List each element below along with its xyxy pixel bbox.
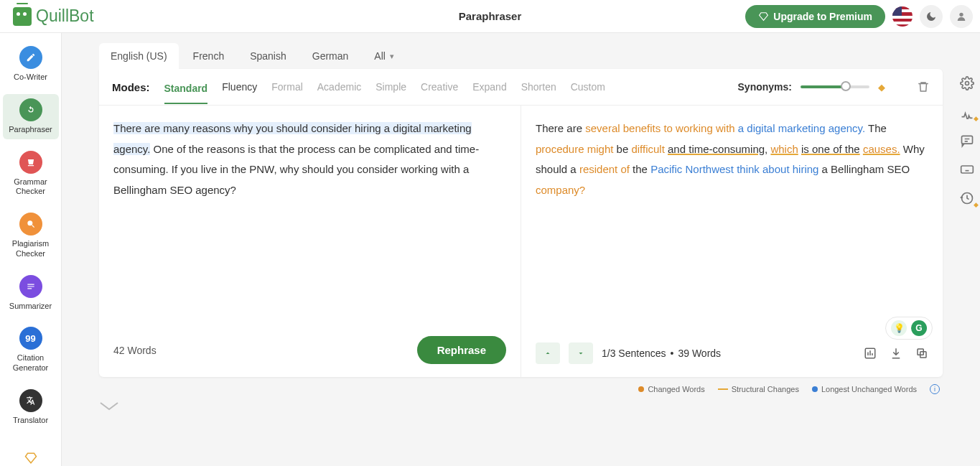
- tab-all-languages[interactable]: All ▾: [363, 43, 406, 69]
- svg-point-0: [959, 12, 963, 16]
- editor-card: Modes: Standard Fluency Formal Academic …: [99, 69, 943, 377]
- synonyms-label: Synonyms:: [738, 81, 792, 93]
- sidebar-label-cowriter: Co-Writer: [14, 73, 47, 83]
- hint-badge[interactable]: 💡: [891, 320, 907, 336]
- chevron-down-icon: ▾: [390, 52, 394, 61]
- grammarly-icon[interactable]: G: [911, 320, 927, 336]
- mode-standard[interactable]: Standard: [164, 80, 208, 104]
- input-panel: There are many reasons why you should co…: [99, 106, 521, 377]
- output-text-area[interactable]: There are several benefits to working wi…: [536, 118, 928, 200]
- paraphraser-icon: [19, 98, 42, 121]
- output-word[interactable]: company?: [536, 184, 585, 196]
- summarizer-icon: [19, 275, 42, 298]
- translator-icon: [19, 389, 42, 412]
- legend-structural: Structural Changes: [718, 385, 799, 393]
- logo[interactable]: QuillBot: [13, 6, 94, 26]
- mode-custom[interactable]: Custom: [571, 79, 605, 95]
- tab-english-us[interactable]: English (US): [99, 43, 179, 69]
- legend-changed: Changed Words: [638, 385, 704, 393]
- sidebar-item-citation[interactable]: 99 Citation Generator: [3, 322, 59, 378]
- theme-toggle[interactable]: [920, 5, 943, 28]
- language-tabs: English (US) French Spanish German All ▾: [99, 43, 943, 69]
- diamond-icon: [758, 11, 769, 22]
- sidebar-item-translator[interactable]: Translator: [3, 385, 59, 430]
- sidebar-item-cowriter[interactable]: Co-Writer: [3, 42, 59, 87]
- prev-sentence-button[interactable]: [536, 342, 560, 364]
- svg-point-1: [27, 220, 32, 225]
- mode-formal[interactable]: Formal: [271, 79, 303, 95]
- citation-icon: 99: [19, 327, 42, 350]
- output-word[interactable]: a Bellingham SEO: [818, 163, 910, 175]
- output-word[interactable]: which: [770, 143, 798, 155]
- sidebar-item-grammar[interactable]: Grammar Checker: [3, 146, 59, 202]
- output-word[interactable]: the: [630, 163, 650, 175]
- output-word[interactable]: resident of: [579, 163, 630, 175]
- feedback-button[interactable]: [960, 134, 974, 148]
- svg-rect-11: [961, 166, 974, 173]
- mode-creative[interactable]: Creative: [421, 79, 458, 95]
- legend-longest: Longest Unchanged Words: [812, 385, 917, 393]
- output-word[interactable]: a digital marketing agency.: [738, 122, 865, 134]
- statistics-button[interactable]: [864, 347, 877, 360]
- output-word[interactable]: several benefits to working with: [585, 122, 734, 134]
- output-word[interactable]: Pacific Northwest think about hiring: [650, 163, 818, 175]
- right-rail: ◆ ◆: [960, 76, 974, 205]
- modes-bar: Modes: Standard Fluency Formal Academic …: [99, 69, 943, 106]
- input-rest-text: One of the reasons is that the process c…: [113, 143, 479, 196]
- sidebar: Co-Writer Paraphraser Grammar Checker Pl…: [0, 33, 62, 466]
- main-content: English (US) French Spanish German All ▾…: [62, 33, 980, 466]
- tab-german[interactable]: German: [301, 43, 360, 69]
- expand-chevron[interactable]: [99, 394, 943, 419]
- hotkeys-button[interactable]: [960, 162, 974, 177]
- output-word[interactable]: There are: [536, 122, 585, 134]
- mode-expand[interactable]: Expand: [472, 79, 506, 95]
- output-word[interactable]: and time-consuming,: [668, 143, 767, 155]
- grammarly-badges: 💡 G: [885, 317, 933, 340]
- output-word[interactable]: procedure might: [536, 143, 613, 155]
- mode-shorten[interactable]: Shorten: [521, 79, 556, 95]
- sidebar-label-plagiarism: Plagiarism Checker: [5, 239, 57, 259]
- copy-button[interactable]: [915, 347, 928, 360]
- mode-simple[interactable]: Simple: [375, 79, 406, 95]
- clear-button[interactable]: [917, 80, 930, 93]
- app-header: QuillBot Paraphraser Upgrade to Premium: [0, 0, 980, 33]
- sentence-counter: 1/3 Sentences•39 Words: [602, 348, 721, 359]
- legend-info-button[interactable]: i: [930, 384, 940, 394]
- sidebar-item-paraphraser[interactable]: Paraphraser: [3, 94, 59, 139]
- output-word[interactable]: The: [865, 122, 887, 134]
- output-panel: There are several benefits to working wi…: [521, 106, 943, 377]
- sidebar-label-translator: Translator: [13, 416, 48, 426]
- download-button[interactable]: [890, 347, 902, 360]
- next-sentence-button[interactable]: [569, 342, 593, 364]
- sidebar-label-paraphraser: Paraphraser: [9, 125, 52, 135]
- sidebar-item-plagiarism[interactable]: Plagiarism Checker: [3, 208, 59, 264]
- upgrade-premium-label: Upgrade to Premium: [773, 11, 872, 22]
- diamond-icon: [24, 452, 38, 465]
- output-word[interactable]: be: [613, 143, 631, 155]
- rephrase-button[interactable]: Rephrase: [417, 336, 506, 364]
- mode-fluency[interactable]: Fluency: [222, 79, 257, 95]
- history-button[interactable]: ◆: [960, 191, 974, 205]
- output-word[interactable]: is one of the: [801, 143, 860, 155]
- tab-spanish[interactable]: Spanish: [238, 43, 298, 69]
- language-flag-us[interactable]: [892, 6, 913, 27]
- page-title: Paraphraser: [459, 10, 522, 22]
- brand-name: QuillBot: [36, 6, 94, 26]
- mode-academic[interactable]: Academic: [317, 79, 361, 95]
- output-word[interactable]: causes.: [863, 143, 900, 155]
- sidebar-item-summarizer[interactable]: Summarizer: [3, 271, 59, 316]
- output-word[interactable]: difficult: [631, 143, 664, 155]
- synonyms-slider[interactable]: [801, 85, 869, 88]
- sidebar-item-premium[interactable]: Premium: [3, 447, 59, 467]
- legend: Changed Words Structural Changes Longest…: [99, 377, 943, 394]
- settings-button[interactable]: [960, 76, 974, 90]
- upgrade-premium-button[interactable]: Upgrade to Premium: [745, 5, 885, 28]
- account-button[interactable]: [950, 5, 973, 28]
- tone-button[interactable]: ◆: [960, 105, 974, 119]
- tab-french[interactable]: French: [182, 43, 236, 69]
- plagiarism-icon: [19, 213, 42, 236]
- sidebar-label-summarizer: Summarizer: [9, 302, 52, 312]
- input-text-area[interactable]: There are many reasons why you should co…: [113, 118, 506, 200]
- input-word-count: 42 Words: [113, 345, 157, 356]
- modes-label: Modes:: [112, 81, 150, 93]
